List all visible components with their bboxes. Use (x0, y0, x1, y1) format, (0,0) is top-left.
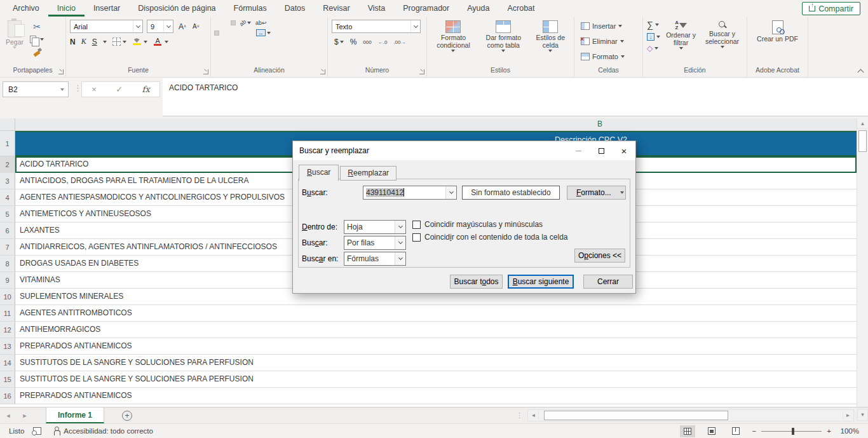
next-sheet-icon[interactable]: ► (17, 407, 33, 423)
tab-acrobat[interactable]: Acrobat (498, 0, 543, 17)
maximize-button[interactable] (590, 141, 613, 160)
underline-dropdown-icon[interactable] (103, 41, 107, 43)
format-button[interactable]: Formato... (567, 186, 626, 200)
tab-programador[interactable]: Programador (394, 0, 458, 17)
look-in-dropdown-icon[interactable] (395, 252, 405, 265)
accessibility-status[interactable]: Accesibilidad: todo correcto (64, 427, 153, 435)
format-as-table-button[interactable]: Dar formato como tabla (479, 20, 528, 53)
align-left-button[interactable] (215, 31, 219, 35)
insert-cells-button[interactable]: Insertar (581, 20, 622, 32)
row-header[interactable]: 14 (0, 355, 15, 371)
row-header[interactable]: 5 (0, 206, 15, 222)
decrease-indent-button[interactable] (240, 31, 243, 35)
row-header[interactable]: 9 (0, 272, 15, 289)
cell-value[interactable]: PREPARADOS ANTIANEMICOS (15, 338, 857, 355)
close-button[interactable]: × (613, 141, 635, 160)
table-row[interactable]: 13PREPARADOS ANTIANEMICOS (0, 338, 857, 355)
page-layout-view-button[interactable] (704, 425, 719, 437)
cut-button[interactable]: ✂ (29, 21, 45, 32)
select-all-corner[interactable] (0, 118, 15, 130)
font-size-combo[interactable]: 9 (147, 20, 173, 33)
row-header[interactable]: 15 (0, 371, 15, 388)
table-row[interactable]: 15SUSTITUTOS DE LA SANGRE Y SOLUCIONES P… (0, 371, 857, 388)
tab-archivo[interactable]: Archivo (4, 0, 48, 17)
tab-ayuda[interactable]: Ayuda (458, 0, 498, 17)
borders-button[interactable] (112, 38, 126, 46)
vertical-scrollbar[interactable]: ▲ (857, 118, 868, 407)
tab-formulas[interactable]: Fórmulas (225, 0, 276, 17)
add-sheet-button[interactable]: + (122, 411, 132, 421)
scroll-down-icon[interactable]: ▼ (857, 409, 868, 421)
zoom-in-icon[interactable]: + (827, 427, 831, 435)
scrollbar-resize-handle[interactable]: ⋮ (516, 411, 522, 420)
search-order-dropdown-icon[interactable] (395, 236, 405, 249)
align-right-button[interactable] (231, 31, 235, 35)
create-pdf-button[interactable]: Crear un PDF (755, 20, 800, 43)
find-select-button[interactable]: Buscar y seleccionar (702, 20, 743, 49)
look-in-select[interactable]: Fórmulas (344, 252, 406, 266)
share-button[interactable]: ↑ Compartir (802, 2, 860, 15)
table-row[interactable]: 12ANTIHEMORRAGICOS (0, 322, 857, 338)
copy-button[interactable] (29, 34, 45, 44)
number-dialog-launcher-icon[interactable] (419, 69, 424, 74)
name-box-dropdown-icon[interactable] (57, 88, 68, 91)
cell-value[interactable]: AGENTES ANTITROMBOTICOS (15, 305, 857, 322)
zoom-slider[interactable] (761, 431, 822, 432)
font-dialog-launcher-icon[interactable] (203, 69, 208, 74)
search-input[interactable]: 439110412 (363, 186, 457, 200)
dialog-title-bar[interactable]: Buscar y reemplazar × (293, 141, 635, 160)
scroll-left-icon[interactable]: ◄ (529, 411, 539, 420)
tab-vista[interactable]: Vista (359, 0, 395, 17)
increase-decimal-button[interactable]: ←.0 (378, 39, 388, 45)
within-dropdown-icon[interactable] (395, 221, 405, 233)
scroll-right-icon[interactable]: ► (843, 411, 853, 420)
font-name-combo[interactable]: Arial (70, 20, 143, 33)
font-size-dropdown-icon[interactable] (163, 20, 173, 32)
search-dropdown-icon[interactable] (445, 186, 456, 199)
name-box[interactable]: B2 (3, 81, 69, 97)
cell-value[interactable]: ANTIHEMORRAGICOS (15, 322, 857, 338)
cell-value[interactable]: SUSTITUTOS DE LA SANGRE Y SOLUCIONES PAR… (15, 355, 857, 371)
table-row[interactable]: 16PREPARADOS ANTIANEMICOS (0, 388, 857, 404)
zoom-level[interactable]: 100% (836, 427, 859, 435)
delete-cells-button[interactable]: Eliminar (581, 35, 624, 48)
increase-indent-button[interactable] (248, 31, 252, 35)
normal-view-button[interactable] (680, 425, 695, 437)
format-painter-button[interactable] (29, 46, 45, 57)
insert-function-icon[interactable]: fx (142, 85, 150, 94)
search-order-select[interactable]: Por filas (344, 236, 406, 250)
wrap-text-button[interactable]: ab↩ (255, 20, 267, 26)
bold-button[interactable]: N (70, 38, 76, 46)
find-all-button[interactable]: Buscar todos (450, 275, 503, 289)
clear-button[interactable]: ◇ (647, 44, 660, 52)
tab-inicio[interactable]: Inicio (48, 0, 85, 17)
font-name-dropdown-icon[interactable] (133, 20, 142, 32)
number-format-dropdown-icon[interactable] (410, 20, 420, 32)
autosum-button[interactable]: ∑ (647, 20, 660, 29)
match-entire-cell-checkbox[interactable] (412, 233, 421, 242)
row-header[interactable]: 11 (0, 305, 15, 322)
tab-buscar[interactable]: Buscar (299, 165, 339, 181)
row-header[interactable]: 7 (0, 239, 15, 256)
row-header[interactable]: 2 (0, 156, 15, 173)
horizontal-scroll-thumb[interactable] (544, 411, 728, 420)
cell-value[interactable]: SUSTITUTOS DE LA SANGRE Y SOLUCIONES PAR… (15, 371, 857, 388)
percent-button[interactable]: % (350, 38, 357, 46)
sheet-tab-informe1[interactable]: Informe 1 (46, 407, 104, 423)
match-case-checkbox[interactable] (412, 221, 421, 229)
decrease-decimal-button[interactable]: .00→ (393, 39, 405, 45)
tab-insertar[interactable]: Insertar (85, 0, 129, 17)
sort-filter-button[interactable]: AZ Ordenar y filtrar (663, 20, 698, 50)
tab-disposicion[interactable]: Disposición de página (129, 0, 224, 17)
table-row[interactable]: 14SUSTITUTOS DE LA SANGRE Y SOLUCIONES P… (0, 355, 857, 371)
currency-button[interactable]: $ (334, 38, 344, 46)
align-middle-button[interactable] (223, 21, 227, 25)
options-button[interactable]: Opciones << (574, 249, 625, 263)
cell-value[interactable]: PREPARADOS ANTIANEMICOS (15, 388, 857, 404)
number-format-combo[interactable]: Texto (332, 20, 421, 33)
row-header[interactable]: 13 (0, 338, 15, 355)
row-header[interactable]: 6 (0, 222, 15, 239)
orientation-button[interactable]: ab (240, 20, 251, 26)
underline-button[interactable]: S (92, 38, 97, 46)
row-header[interactable]: 8 (0, 256, 15, 272)
